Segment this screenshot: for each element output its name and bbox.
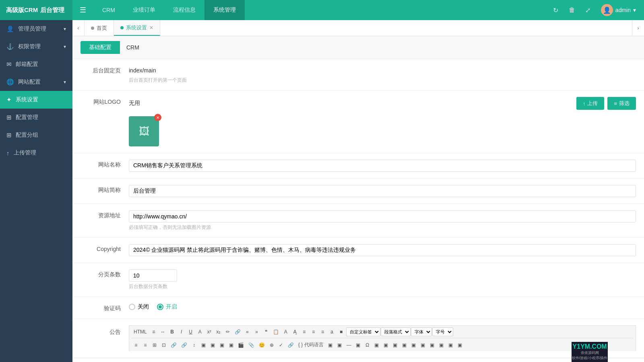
editor-btn-indent[interactable]: ⊞	[150, 340, 159, 350]
editor-btn-blockquote[interactable]: ❝	[262, 327, 270, 336]
editor-btn-subscript[interactable]: x₂	[214, 327, 223, 336]
editor-select-font[interactable]: 字体	[411, 327, 432, 336]
image-icon: 🖼	[139, 125, 149, 138]
editor-select-size[interactable]: 字号	[432, 327, 453, 336]
editor-btn-spec9[interactable]: ▣	[446, 340, 455, 350]
user-area[interactable]: 👤 admin ▾	[598, 4, 639, 16]
editor-btn-spec5[interactable]: ▣	[409, 340, 418, 350]
editor-btn-symbol[interactable]: ▣	[354, 340, 363, 350]
editor-btn-code[interactable]: { } 代码语言	[296, 340, 326, 350]
value-backend-page: index/main	[129, 66, 636, 75]
editor-btn-spec8[interactable]: ▣	[437, 340, 446, 350]
logo-preview: ✕ 🖼	[129, 116, 159, 146]
editor-btn-anchor[interactable]: ↕	[190, 340, 198, 350]
nav-orders[interactable]: 业绩订单	[124, 0, 164, 20]
editor-btn-spec[interactable]: ▣	[372, 340, 381, 350]
tab-settings[interactable]: 系统设置 ✕	[114, 20, 160, 36]
editor-btn-emoji[interactable]: 😊	[257, 340, 267, 350]
editor-btn-justify[interactable]: ≡	[141, 340, 150, 350]
editor-btn-underline[interactable]: U	[186, 327, 195, 336]
refresh-icon[interactable]: ↻	[549, 4, 562, 16]
sidebar-label-website: 网站配置	[18, 78, 41, 86]
editor-btn-align2[interactable]: ≡	[132, 340, 140, 350]
editor-btn-img4[interactable]: ▣	[227, 340, 235, 350]
editor-btn-superscript[interactable]: x²	[205, 327, 214, 336]
nav-system[interactable]: 系统管理	[204, 0, 245, 20]
editor-btn-spec2[interactable]: ▣	[382, 340, 390, 350]
input-pagination[interactable]	[129, 269, 177, 282]
tab-prev-btn[interactable]: ‹	[72, 20, 85, 36]
input-resource-url[interactable]	[129, 210, 636, 222]
editor-btn-link3[interactable]: 🔗	[286, 340, 296, 350]
input-website-abbr[interactable]	[129, 185, 636, 197]
tab-home[interactable]: 首页	[85, 20, 114, 36]
editor-btn-spec3[interactable]: ▣	[391, 340, 400, 350]
editor-btn-align-left[interactable]: ≡	[300, 327, 309, 336]
editor-btn-spec7[interactable]: ▣	[428, 340, 437, 350]
editor-btn-img2[interactable]: ▣	[208, 340, 217, 350]
input-website-name[interactable]	[129, 160, 636, 172]
sidebar-item-email[interactable]: ✉ 邮箱配置	[0, 56, 72, 73]
editor-btn-link2[interactable]: 🔗	[169, 340, 179, 350]
sidebar-item-website[interactable]: 🌐 网站配置 ▾	[0, 73, 72, 91]
top-navbar: 高级版CRM 后台管理 ☰ CRM 业绩订单 流程信息 系统管理 ↻ 🗑 ⤢ 👤…	[0, 0, 644, 20]
editor-btn-align-center[interactable]: ≡	[309, 327, 318, 336]
menu-toggle-icon[interactable]: ☰	[72, 0, 93, 20]
editor-btn-italic[interactable]: I	[177, 327, 186, 336]
sidebar-item-config-mgmt[interactable]: ⊞ 配置管理	[0, 109, 72, 126]
editor-btn-bold[interactable]: B	[168, 327, 177, 336]
editor-btn-unlink[interactable]: 🔗	[179, 340, 189, 350]
input-copyright[interactable]	[129, 244, 636, 256]
editor-btn-hr[interactable]: —	[345, 340, 353, 350]
editor-btn-html[interactable]: HTML	[132, 327, 149, 336]
form-tab-basic[interactable]: 基础配置	[80, 41, 120, 54]
select-button[interactable]: ≡ 筛选	[607, 97, 636, 110]
editor-btn-quote-close[interactable]: »	[252, 327, 261, 336]
editor-btn-block[interactable]: ■	[337, 327, 346, 336]
upload-button[interactable]: ↑ 上传	[576, 97, 605, 110]
editor-btn-table2[interactable]: ▣	[335, 340, 344, 350]
sidebar-item-config-group[interactable]: ⊞ 配置分组	[0, 126, 72, 144]
editor-btn-img[interactable]: ▣	[199, 340, 208, 350]
editor-btn-omega[interactable]: Ω	[363, 340, 372, 350]
sidebar-item-admin-mgmt[interactable]: 👤 管理员管理 ▾	[0, 20, 72, 38]
editor-btn-video[interactable]: 🎬	[236, 340, 246, 350]
sidebar-item-system-settings[interactable]: ✦ 系统设置	[0, 91, 72, 109]
nav-crm[interactable]: CRM	[93, 0, 124, 20]
editor-btn-plus[interactable]: ⊕	[267, 340, 276, 350]
sidebar-item-upload[interactable]: ↑ 上传管理	[0, 144, 72, 162]
editor-btn-spec10[interactable]: ▣	[456, 340, 464, 350]
sidebar-label-config: 配置管理	[16, 114, 38, 121]
radio-captcha-on[interactable]: 开启	[157, 303, 177, 311]
editor-btn-fontsize[interactable]: A	[196, 327, 204, 336]
sidebar-item-permissions[interactable]: ⚓ 权限管理 ▾	[0, 38, 72, 56]
editor-btn-spec6[interactable]: ▣	[419, 340, 427, 350]
editor-btn-quote-open[interactable]: «	[243, 327, 252, 336]
editor-btn-link[interactable]: 🔗	[233, 327, 243, 336]
editor-btn-spec4[interactable]: ▣	[400, 340, 409, 350]
editor-btn-view[interactable]: ≡	[149, 327, 158, 336]
radio-captcha-off[interactable]: 关闭	[129, 303, 149, 311]
editor-btn-pen[interactable]: ✏	[223, 327, 232, 336]
editor-select-paragraph[interactable]: 段落格式	[381, 327, 411, 336]
editor-btn-check[interactable]: ✓	[277, 340, 285, 350]
editor-btn-align-right[interactable]: ≡	[318, 327, 327, 336]
editor-btn-img3[interactable]: ▣	[217, 340, 226, 350]
radio-label-on: 开启	[166, 303, 177, 311]
nav-flow[interactable]: 流程信息	[164, 0, 204, 20]
editor-btn-attach[interactable]: 📎	[246, 340, 256, 350]
editor-btn-color[interactable]: A	[281, 327, 290, 336]
editor-btn-paste[interactable]: 📋	[271, 327, 281, 336]
editor-btn-table[interactable]: ▣	[326, 340, 335, 350]
expand-icon[interactable]: ⤢	[582, 4, 594, 16]
tab-next-btn[interactable]: ›	[632, 20, 644, 36]
editor-btn-list[interactable]: a	[328, 327, 336, 336]
editor-select-custom[interactable]: 自定义标签	[346, 327, 380, 336]
editor-btn-color2[interactable]: Ą	[291, 327, 299, 336]
star-icon: ✦	[6, 96, 12, 103]
delete-icon[interactable]: 🗑	[566, 4, 578, 16]
editor-btn-source[interactable]: ↔	[159, 327, 167, 336]
tab-close-settings[interactable]: ✕	[149, 25, 153, 30]
editor-btn-outdent[interactable]: ⊡	[159, 340, 168, 350]
logo-remove-btn[interactable]: ✕	[154, 114, 161, 121]
